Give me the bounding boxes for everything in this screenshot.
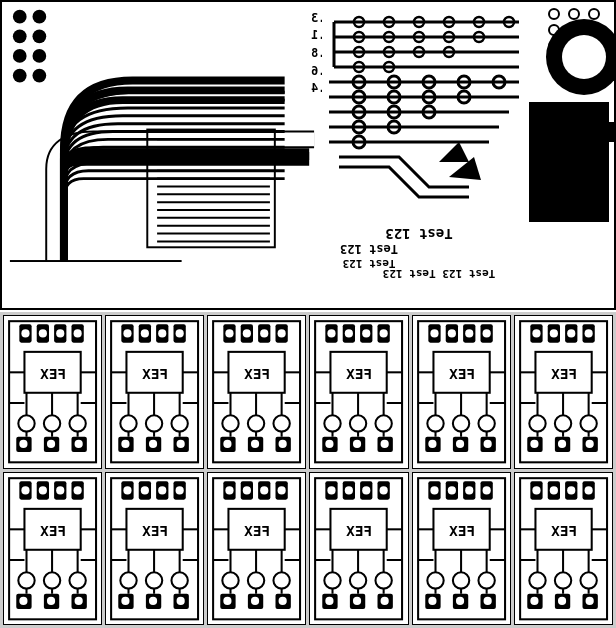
svg-point-339 — [260, 486, 268, 494]
pcb-cell-3: FEX — [207, 315, 306, 469]
svg-point-343 — [223, 572, 239, 588]
svg-point-435 — [580, 572, 596, 588]
svg-point-375 — [376, 572, 392, 588]
pcb-cell-11: FEX — [412, 472, 511, 626]
svg-point-434 — [555, 572, 571, 588]
left-traces-svg: 1.3 1.1 0.8 0.6 0.4 — [2, 2, 322, 262]
svg-text:Test 123: Test 123 — [385, 226, 452, 242]
main-container: 1.3 1.1 0.8 0.6 0.4 — [0, 0, 616, 628]
pcb-cell-2: FEX — [105, 315, 204, 469]
svg-point-3 — [32, 29, 46, 43]
svg-rect-28 — [10, 260, 182, 262]
svg-point-250 — [584, 329, 592, 337]
svg-text:FEX: FEX — [142, 523, 168, 539]
top-pcb-section: 1.3 1.1 0.8 0.6 0.4 — [0, 0, 616, 310]
svg-point-444 — [585, 596, 593, 604]
svg-point-99 — [56, 329, 64, 337]
svg-text:FEX: FEX — [346, 523, 372, 539]
svg-point-140 — [121, 440, 129, 448]
svg-point-112 — [47, 440, 55, 448]
svg-point-223 — [427, 415, 443, 431]
svg-point-255 — [580, 415, 596, 431]
svg-point-5 — [32, 49, 46, 63]
svg-point-400 — [482, 486, 490, 494]
svg-point-414 — [483, 596, 491, 604]
svg-point-369 — [363, 486, 371, 494]
svg-point-308 — [141, 486, 149, 494]
svg-point-429 — [567, 486, 575, 494]
svg-text:FEX: FEX — [244, 523, 270, 539]
svg-text:FEX: FEX — [448, 366, 474, 382]
svg-point-310 — [176, 486, 184, 494]
svg-point-384 — [381, 596, 389, 604]
svg-point-368 — [345, 486, 353, 494]
svg-point-322 — [149, 596, 157, 604]
svg-point-98 — [39, 329, 47, 337]
svg-point-220 — [482, 329, 490, 337]
svg-point-170 — [224, 440, 232, 448]
svg-point-217 — [430, 329, 438, 337]
svg-point-260 — [530, 440, 538, 448]
svg-point-337 — [226, 486, 234, 494]
pcb-cell-7: FEX — [3, 472, 102, 626]
svg-point-405 — [478, 572, 494, 588]
svg-point-340 — [278, 486, 286, 494]
svg-point-159 — [260, 329, 268, 337]
svg-point-195 — [376, 415, 392, 431]
svg-point-104 — [44, 415, 60, 431]
svg-point-135 — [172, 415, 188, 431]
svg-point-2 — [13, 29, 27, 43]
svg-text:FEX: FEX — [142, 366, 168, 382]
svg-point-56 — [549, 9, 559, 19]
svg-point-158 — [243, 329, 251, 337]
svg-point-324 — [177, 596, 185, 604]
svg-point-253 — [529, 415, 545, 431]
svg-point-174 — [279, 440, 287, 448]
svg-point-224 — [453, 415, 469, 431]
svg-point-129 — [158, 329, 166, 337]
svg-point-350 — [224, 596, 232, 604]
svg-point-200 — [326, 440, 334, 448]
svg-point-163 — [223, 415, 239, 431]
svg-point-277 — [21, 486, 29, 494]
svg-point-398 — [447, 486, 455, 494]
svg-point-232 — [456, 440, 464, 448]
svg-text:FEX: FEX — [40, 523, 66, 539]
svg-point-430 — [584, 486, 592, 494]
svg-point-188 — [345, 329, 353, 337]
svg-point-157 — [226, 329, 234, 337]
svg-point-254 — [555, 415, 571, 431]
svg-point-134 — [146, 415, 162, 431]
svg-point-309 — [158, 486, 166, 494]
svg-text:FEX: FEX — [551, 366, 577, 382]
svg-point-262 — [558, 440, 566, 448]
pcb-cell-4: FEX — [309, 315, 408, 469]
svg-point-7 — [32, 69, 46, 83]
svg-point-165 — [274, 415, 290, 431]
svg-point-279 — [56, 486, 64, 494]
svg-point-204 — [381, 440, 389, 448]
svg-point-97 — [21, 329, 29, 337]
svg-point-399 — [465, 486, 473, 494]
svg-point-292 — [47, 596, 55, 604]
svg-point-410 — [428, 596, 436, 604]
svg-point-397 — [430, 486, 438, 494]
svg-point-404 — [453, 572, 469, 588]
svg-point-1 — [32, 10, 46, 24]
svg-point-344 — [248, 572, 264, 588]
pcb-cell-1: FEX — [3, 315, 102, 469]
svg-point-142 — [149, 440, 157, 448]
svg-point-284 — [44, 572, 60, 588]
svg-point-193 — [325, 415, 341, 431]
svg-point-249 — [567, 329, 575, 337]
svg-point-283 — [18, 572, 34, 588]
svg-point-442 — [558, 596, 566, 604]
svg-point-370 — [380, 486, 388, 494]
svg-point-314 — [146, 572, 162, 588]
svg-point-280 — [74, 486, 82, 494]
svg-point-285 — [69, 572, 85, 588]
svg-point-160 — [278, 329, 286, 337]
svg-point-338 — [243, 486, 251, 494]
svg-point-382 — [353, 596, 361, 604]
svg-point-172 — [251, 440, 259, 448]
